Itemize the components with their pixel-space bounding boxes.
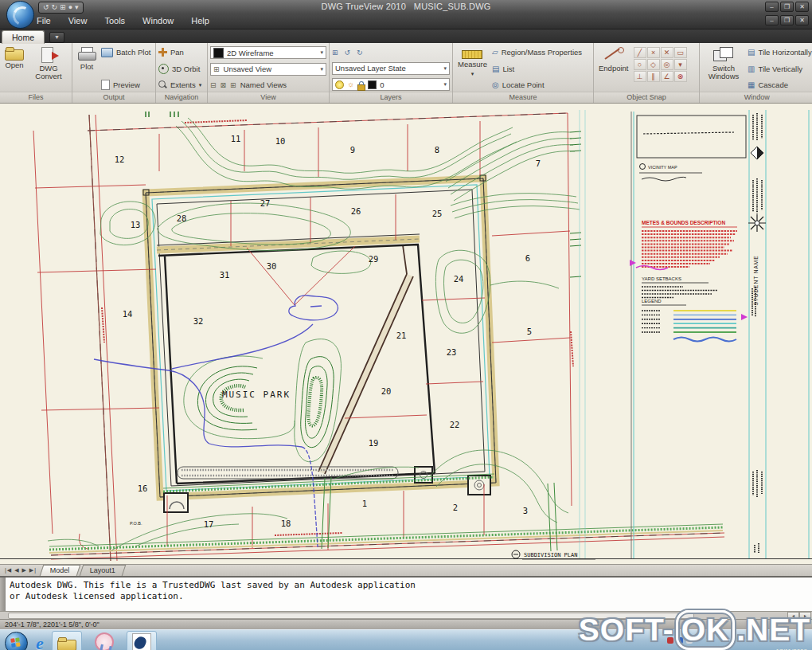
snap-line-icon[interactable]: ╱ <box>634 47 646 58</box>
trueview-taskbar-button[interactable] <box>127 631 157 650</box>
cube2-icon[interactable]: ⊠ <box>221 81 228 89</box>
lot-number: 8 <box>435 145 439 155</box>
doc-restore-button[interactable]: ❐ <box>780 15 794 25</box>
snap-off-icon[interactable]: ⊗ <box>674 71 687 82</box>
ribbon-collapse-icon[interactable]: ▼ <box>49 32 64 43</box>
snap-apparent-icon[interactable]: ✕ <box>661 47 673 58</box>
tab-layout1[interactable]: Layout1 <box>79 565 126 576</box>
tab-nav-buttons[interactable]: |◀ ◀ ▶ ▶| <box>0 567 41 574</box>
panel-label-view: View <box>208 92 329 103</box>
lot-number: 10 <box>275 136 286 146</box>
snap-parallel-icon[interactable]: ∥ <box>647 71 660 82</box>
region-mass-button[interactable]: ▱ Region/Mass Properties <box>492 46 582 58</box>
left-road <box>89 115 111 561</box>
snap-more-icon[interactable]: ▾ <box>674 59 687 70</box>
layer-on-icon <box>335 80 344 89</box>
pan-icon <box>158 48 167 57</box>
locate-point-button[interactable]: ◎ Locate Point <box>492 79 582 91</box>
layer-state-dropdown[interactable]: Unsaved Layer State▾ <box>332 62 450 75</box>
panel-output: Plot Batch Plot Preview Output <box>72 43 156 103</box>
tile-horizontally-button[interactable]: ▤ Tile Horizontally <box>748 46 812 58</box>
lot-number: 27 <box>260 198 271 208</box>
menu-help[interactable]: Help <box>191 16 209 25</box>
pink-app-button[interactable] <box>90 632 119 650</box>
lot-number: 25 <box>432 209 443 218</box>
plot-button[interactable]: Plot <box>75 45 99 92</box>
lot-number: 31 <box>220 270 230 280</box>
cube1-icon[interactable]: ⊟ <box>210 81 217 89</box>
named-views-icon[interactable]: ⊞ <box>230 81 237 89</box>
app-logo-icon[interactable] <box>6 1 34 29</box>
preview-button[interactable]: Preview <box>101 79 150 91</box>
cascade-button[interactable]: ▦ Cascade <box>748 79 812 91</box>
lot-number: 18 <box>281 519 291 528</box>
orbit-icon <box>158 64 169 74</box>
menu-file[interactable]: File <box>37 16 51 25</box>
tile-vertical-icon: ▥ <box>748 65 755 73</box>
snap-center-icon[interactable]: ○ <box>634 59 646 70</box>
tile-vertically-button[interactable]: ▥ Tile Vertically <box>748 63 812 75</box>
tab-model[interactable]: Model <box>40 565 80 576</box>
yard-text-lines <box>642 287 718 298</box>
lot-number: 2 <box>453 503 458 512</box>
switch-windows-button[interactable]: Switch Windows <box>702 45 745 92</box>
layer-match-icon[interactable]: ↻ <box>357 49 364 57</box>
tab-home[interactable]: Home <box>2 30 45 44</box>
hatched-hills <box>197 357 334 448</box>
panel-label-osnap: Object Snap <box>594 92 699 103</box>
snap-nearest-icon[interactable]: ∠ <box>661 71 673 82</box>
extents-button[interactable]: Extents ▾ <box>158 79 201 91</box>
pan-button[interactable]: Pan <box>158 46 201 58</box>
lot-number: 22 <box>450 420 460 429</box>
layer-properties-icon[interactable]: ⊞ <box>332 49 339 57</box>
measure-button[interactable]: Measure ▾ <box>455 45 490 92</box>
snap-extension-icon[interactable]: ▭ <box>674 47 687 58</box>
lot-number: 20 <box>381 386 392 396</box>
command-line-grip[interactable] <box>0 578 6 611</box>
window-title: DWG TrueView 2010 MUSIC_SUB.DWG <box>0 2 812 11</box>
command-line[interactable]: Autodesk DWG. This file is a TrustedDWG … <box>0 576 812 611</box>
endpoint-button[interactable]: Endpoint <box>596 45 631 92</box>
legend-rows <box>642 311 736 332</box>
menu-bar: File View Tools Window Help <box>37 16 209 25</box>
creek <box>94 296 338 547</box>
panel-label-navigation: Navigation <box>156 92 207 103</box>
doc-close-button[interactable]: ✕ <box>795 15 809 25</box>
drawing-canvas[interactable]: VICINITY MAP METES & BOUNDS DESCRIPTION … <box>0 104 812 564</box>
orbit-button[interactable]: 3D Orbit <box>158 63 201 75</box>
view-dropdown[interactable]: ⊞ Unsaved View▾ <box>210 63 326 76</box>
open-button[interactable]: Open <box>2 45 26 92</box>
preview-icon <box>101 80 110 90</box>
title-strip: STUDENT NAME <box>741 113 766 553</box>
layer-prev-icon[interactable]: ↺ <box>345 49 352 57</box>
panel-view: 2D Wireframe▾ ⊞ Unsaved View▾ ⊟ ⊠ ⊞ Name… <box>208 43 330 103</box>
snap-node-icon[interactable]: ◎ <box>661 59 673 70</box>
snap-quadrant-icon[interactable]: ◇ <box>647 59 660 70</box>
restore-button[interactable]: ❐ <box>780 2 794 12</box>
layer-dropdown[interactable]: ☼ 0▾ <box>332 78 450 91</box>
visual-style-dropdown[interactable]: 2D Wireframe▾ <box>210 46 326 59</box>
snap-intersection-icon[interactable]: × <box>647 47 660 58</box>
named-views-button[interactable]: Named Views <box>240 80 287 89</box>
panel-label-window: Window <box>700 92 812 103</box>
lot-number: 28 <box>177 213 187 223</box>
lot-number: 32 <box>193 316 204 326</box>
layer-color-swatch <box>368 80 377 89</box>
panel-window: Switch Windows ▤ Tile Horizontally ▥ Til… <box>700 43 812 103</box>
doc-minimize-button[interactable]: – <box>765 15 779 25</box>
minimize-button[interactable]: – <box>765 2 779 12</box>
dwg-convert-button[interactable]: DWG Convert <box>29 45 68 92</box>
batch-plot-button[interactable]: Batch Plot <box>101 46 150 58</box>
internet-explorer-icon[interactable]: e <box>36 633 44 650</box>
start-button[interactable] <box>5 632 28 650</box>
metes-bounds-title: METES & BOUNDS DESCRIPTION <box>642 220 725 225</box>
tile-horizontal-icon: ▤ <box>748 48 755 57</box>
explorer-taskbar-button[interactable] <box>52 631 82 650</box>
close-button[interactable]: ✕ <box>795 2 809 12</box>
menu-tools[interactable]: Tools <box>104 16 125 25</box>
menu-view[interactable]: View <box>68 16 88 25</box>
menu-window[interactable]: Window <box>142 16 174 25</box>
yard-setbacks-title: YARD SETBACKS <box>642 276 681 281</box>
list-button[interactable]: ▤ List <box>492 63 582 75</box>
snap-perpendicular-icon[interactable]: ⊥ <box>634 71 646 82</box>
